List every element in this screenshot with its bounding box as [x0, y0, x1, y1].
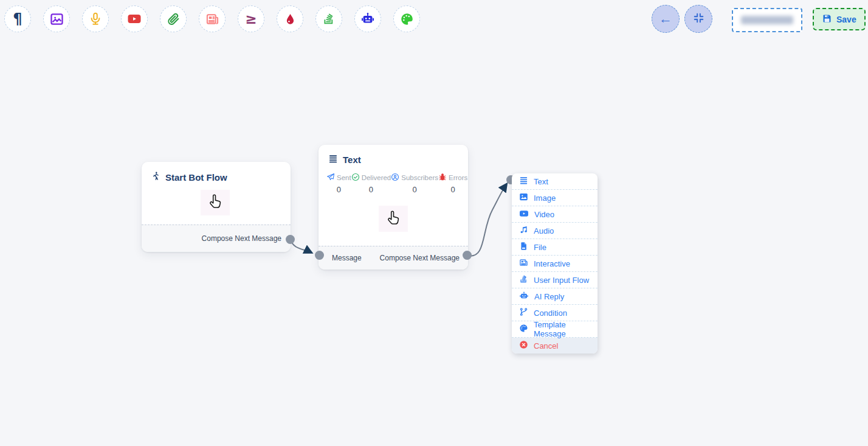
text-lines-icon	[328, 154, 338, 166]
menu-item-interactive[interactable]: Interactive	[512, 256, 598, 272]
menu-item-text[interactable]: Text	[512, 173, 598, 190]
stat-value: 0	[369, 185, 373, 194]
walking-person-icon	[151, 171, 160, 183]
menu-item-user-input-flow[interactable]: User Input Flow	[512, 272, 598, 288]
paper-plane-icon	[326, 173, 335, 183]
image-icon	[50, 12, 64, 26]
stack-icon	[519, 274, 528, 285]
subscriber-icon	[391, 173, 399, 183]
palette-icon	[519, 324, 528, 335]
menu-item-ai-reply[interactable]: AI Reply	[512, 288, 598, 305]
stat-subscribers: Subscribers 0	[391, 173, 438, 194]
paperclip-icon	[167, 12, 181, 26]
newspaper-icon	[205, 12, 219, 26]
save-button[interactable]: Save	[813, 8, 866, 30]
greater-equal-icon: ≥	[245, 12, 257, 26]
robot-icon	[519, 291, 529, 302]
flow-canvas[interactable]: ¶ ≥	[0, 0, 868, 446]
hand-pointer-icon	[384, 208, 402, 230]
output-label: Compose Next Message	[202, 234, 281, 243]
node-footer: Compose Next Message	[142, 225, 291, 252]
node-title: Start Bot Flow	[165, 172, 227, 183]
image-icon	[519, 192, 528, 203]
arrow-left-icon: ←	[659, 11, 672, 27]
node-stats: Sent 0 Delivered 0 Subscribers	[319, 173, 468, 194]
toolbar-drip-button[interactable]	[277, 5, 303, 32]
toolbar-file-button[interactable]	[160, 5, 187, 32]
node-header: Start Bot Flow	[142, 162, 291, 183]
menu-item-template-message[interactable]: Template Message	[512, 321, 598, 338]
floppy-icon	[822, 13, 832, 26]
stat-value: 0	[412, 185, 416, 194]
node-drag-handle[interactable]	[201, 190, 230, 215]
check-circle-icon	[351, 173, 360, 183]
hand-pointer-icon	[206, 192, 224, 214]
branch-icon	[519, 307, 528, 318]
menu-item-audio[interactable]: Audio	[512, 223, 598, 239]
video-icon	[127, 12, 142, 26]
video-icon	[519, 209, 529, 220]
toolbar-text-button[interactable]: ¶	[4, 5, 31, 32]
edge-text-to-menu	[467, 184, 506, 256]
toolbar-interactive-button[interactable]	[199, 5, 226, 32]
connector-start-output[interactable]	[286, 235, 295, 244]
fit-view-button[interactable]	[684, 5, 712, 33]
menu-item-condition[interactable]: Condition	[512, 305, 598, 321]
toolbar-user-input-flow-button[interactable]	[315, 5, 342, 32]
cancel-icon	[519, 340, 528, 351]
compress-icon	[693, 12, 704, 26]
microphone-icon	[89, 12, 102, 26]
toolbar-ai-reply-button[interactable]	[354, 5, 381, 32]
start-bot-flow-node[interactable]: Start Bot Flow Compose Next Message	[142, 162, 291, 252]
menu-item-video[interactable]: Video	[512, 206, 598, 223]
node-drag-handle[interactable]	[379, 206, 408, 232]
toolbar-template-message-button[interactable]	[393, 5, 420, 32]
input-label: Message	[332, 254, 362, 262]
add-node-menu: Text Image Video Audio File Interactive …	[512, 173, 598, 354]
stat-errors: Errors 0	[438, 173, 467, 194]
blood-drop-icon	[284, 13, 297, 26]
toolbar-video-button[interactable]	[121, 5, 148, 32]
stat-sent: Sent 0	[326, 173, 351, 194]
output-label: Compose Next Message	[380, 254, 460, 262]
newspaper-icon	[519, 258, 528, 269]
robot-icon	[360, 12, 375, 26]
connector-text-input[interactable]	[315, 251, 324, 260]
menu-item-file[interactable]: File	[512, 239, 598, 256]
connector-text-output[interactable]	[463, 251, 472, 260]
node-title: Text	[343, 155, 361, 165]
menu-item-cancel[interactable]: Cancel	[512, 338, 598, 354]
node-header: Text	[319, 145, 468, 166]
save-label: Save	[836, 15, 856, 24]
pilcrow-icon: ¶	[13, 12, 22, 26]
palette-icon	[400, 12, 414, 26]
text-node[interactable]: Text Sent 0 Delivered 0	[319, 145, 468, 270]
bug-icon	[438, 173, 447, 183]
toolbar-image-button[interactable]	[43, 5, 70, 32]
toolbar-condition-button[interactable]: ≥	[238, 5, 264, 32]
toolbar-audio-button[interactable]	[82, 5, 109, 32]
flow-name-input[interactable]	[732, 8, 802, 32]
menu-item-image[interactable]: Image	[512, 190, 598, 206]
stack-icon	[322, 12, 336, 26]
music-note-icon	[519, 225, 528, 236]
file-icon	[519, 242, 528, 253]
stat-value: 0	[451, 185, 455, 194]
text-lines-icon	[519, 176, 528, 187]
node-footer: Message Compose Next Message	[319, 246, 468, 270]
element-toolbar: ¶ ≥	[4, 5, 420, 32]
stat-delivered: Delivered 0	[351, 173, 391, 194]
stat-value: 0	[337, 185, 341, 194]
back-button[interactable]: ←	[652, 5, 680, 33]
redacted-flow-name	[741, 16, 793, 24]
